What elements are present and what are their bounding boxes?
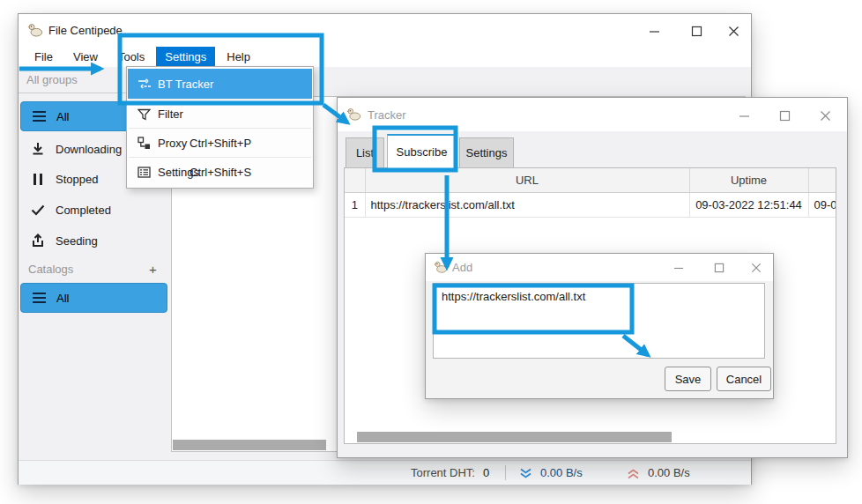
main-titlebar: File Centipede <box>19 14 751 47</box>
dht-label: Torrent DHT: <box>411 466 475 479</box>
settings-icon <box>137 165 152 180</box>
maximize-button[interactable] <box>706 258 732 278</box>
tracker-table: URL Uptime 1 https://trackerslist.com/al… <box>345 168 836 218</box>
main-window-title: File Centipede <box>48 14 123 47</box>
upload-speed-value: 0.00 B/s <box>648 466 690 479</box>
table-header-row: URL Uptime <box>345 168 836 192</box>
maximize-button[interactable] <box>771 106 798 125</box>
divider <box>505 465 506 480</box>
url-column-header[interactable]: URL <box>365 168 689 192</box>
sidebar-catalog-item-all[interactable]: All <box>20 283 167 313</box>
tab-label: List <box>356 146 374 159</box>
upload-icon <box>30 233 46 248</box>
menu-file[interactable]: File <box>26 47 62 67</box>
filter-icon <box>137 107 152 122</box>
url-cell[interactable]: https://trackerslist.com/all.txt <box>365 192 689 217</box>
tracker-titlebar: Tracker <box>338 98 847 131</box>
tab-label: Settings <box>466 146 508 159</box>
cancel-button-label: Cancel <box>726 373 762 386</box>
uptime-column-header[interactable]: Uptime <box>689 168 808 192</box>
app-logo-duck-icon <box>346 107 361 124</box>
proxy-icon <box>137 136 152 151</box>
menu-item-label: Proxy <box>158 137 187 150</box>
tracker-icon <box>137 77 152 92</box>
catalogs-section: Catalogs + <box>20 258 167 279</box>
menu-tools[interactable]: Tools <box>109 47 153 67</box>
extra-column-header[interactable] <box>808 168 836 192</box>
tracker-url-input[interactable]: https://trackerslist.com/all.txt <box>433 283 765 359</box>
tab-label: Subscribe <box>397 145 448 159</box>
menu-icon <box>31 108 47 124</box>
add-window-title: Add <box>452 254 472 281</box>
menu-item-label: BT Tracker <box>158 78 213 91</box>
horizontal-scrollbar[interactable] <box>173 440 326 450</box>
upload-speed-icon <box>627 468 640 482</box>
sidebar-item-label: Downloading <box>56 143 122 156</box>
screen: File Centipede File View Tools Settings … <box>0 0 862 504</box>
sidebar-item-label: All <box>56 292 69 305</box>
close-button[interactable] <box>720 21 747 41</box>
sidebar-item-label: Stopped <box>56 173 98 186</box>
settings-dropdown-menu: BT Tracker Filter Proxy Ctrl+Shift+P Set… <box>126 66 314 189</box>
row-number-header <box>345 168 365 192</box>
save-button-label: Save <box>675 373 702 386</box>
uptime-cell[interactable]: 09-03-2022 12:51:44 <box>689 192 808 217</box>
menu-help[interactable]: Help <box>218 47 259 67</box>
table-row[interactable]: 1 https://trackerslist.com/all.txt 09-03… <box>345 192 836 217</box>
app-logo-duck-icon <box>434 260 448 277</box>
sidebar-item-label: Seeding <box>56 234 98 248</box>
minimize-button[interactable] <box>731 106 757 125</box>
sidebar-item-seeding[interactable]: Seeding <box>20 226 167 255</box>
maximize-button[interactable] <box>683 21 710 41</box>
add-catalog-button[interactable]: + <box>149 262 157 277</box>
tracker-window-title: Tracker <box>368 98 406 131</box>
sidebar-item-label: Completed <box>56 204 111 217</box>
dht-value: 0 <box>483 466 489 479</box>
close-button[interactable] <box>812 106 838 125</box>
check-icon <box>30 202 46 218</box>
tab-subscribe[interactable]: Subscribe <box>387 134 457 168</box>
menu-bar: File View Tools Settings Help <box>19 47 751 67</box>
sidebar-item-label: All <box>56 110 69 123</box>
tab-list[interactable]: List <box>346 137 384 167</box>
menu-item-shortcut: Ctrl+Shift+P <box>189 137 251 150</box>
catalogs-label: Catalogs <box>28 263 73 276</box>
add-window: Add https://trackerslist.com/all.txt Sav… <box>425 253 774 399</box>
sidebar-item-completed[interactable]: Completed <box>20 196 167 224</box>
menu-item-shortcut: Ctrl+Shift+S <box>189 166 251 179</box>
horizontal-scrollbar[interactable] <box>357 432 672 442</box>
save-button[interactable]: Save <box>665 367 711 391</box>
download-speed-icon <box>519 468 532 482</box>
pause-icon <box>30 171 46 187</box>
app-logo-duck-icon <box>27 22 43 41</box>
download-speed-value: 0.00 B/s <box>540 466 583 479</box>
menu-item-proxy[interactable]: Proxy Ctrl+Shift+P <box>128 129 312 158</box>
row-number-cell[interactable]: 1 <box>345 192 365 217</box>
menu-item-label: Filter <box>158 107 183 121</box>
menu-item-filter[interactable]: Filter <box>128 100 312 129</box>
minimize-button[interactable] <box>641 21 667 41</box>
menu-view[interactable]: View <box>64 47 107 67</box>
minimize-button[interactable] <box>665 258 692 278</box>
menu-item-settings[interactable]: Settings Ctrl+Shift+S <box>128 158 312 187</box>
download-icon <box>30 141 46 157</box>
add-titlebar: Add <box>426 254 773 281</box>
menu-item-bt-tracker[interactable]: BT Tracker <box>128 69 312 99</box>
close-button[interactable] <box>743 258 769 278</box>
tab-settings[interactable]: Settings <box>459 137 514 167</box>
extra-cell[interactable]: 09-0 <box>808 192 836 217</box>
menu-settings[interactable]: Settings <box>156 47 215 67</box>
menu-icon <box>31 290 47 306</box>
cancel-button[interactable]: Cancel <box>717 367 771 391</box>
status-bar: Torrent DHT: 0 0.00 B/s 0.00 B/s <box>19 460 751 485</box>
